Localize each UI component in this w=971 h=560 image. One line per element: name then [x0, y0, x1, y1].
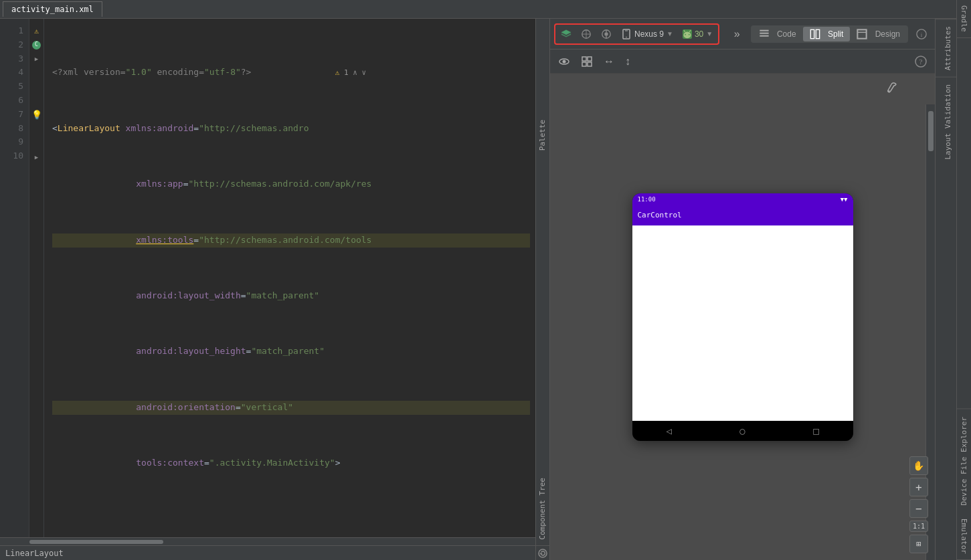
code-view-label: Code — [777, 29, 796, 39]
svg-point-13 — [683, 31, 691, 38]
api-level-label: 30 — [695, 29, 703, 39]
svg-rect-32 — [588, 62, 592, 66]
fold-icon-10[interactable]: ▶ — [35, 153, 38, 162]
more-options-button[interactable]: » — [730, 25, 744, 43]
phone-nav-bar: ◁ ○ □ — [632, 421, 853, 441]
design-toolbar: Nexus 9 ▼ — [550, 19, 935, 50]
line2-tag: LinearLayout — [58, 122, 120, 136]
right-panels: Attributes Layout Validation — [935, 19, 956, 560]
svg-text:?: ? — [919, 58, 923, 66]
svg-point-28 — [563, 60, 566, 63]
android-logo — [683, 29, 692, 39]
tabs-bar: activity_main.xml — [0, 0, 956, 19]
device-file-explorer-tab[interactable]: Device File Explorer — [957, 408, 971, 513]
svg-point-7 — [604, 32, 608, 35]
phone-status-bar: 11:00 ▼▼ — [632, 193, 853, 205]
layout-type-label: LinearLayout — [5, 549, 64, 558]
nav-up[interactable]: ∧ — [353, 67, 357, 79]
preview-scrollbar-thumb[interactable] — [928, 111, 934, 151]
nav-recent-icon: □ — [813, 426, 818, 436]
line3-val: "http://schemas.android.com/apk/res — [189, 177, 372, 191]
line4-eq: = — [193, 234, 199, 248]
grid-button[interactable] — [577, 54, 597, 70]
zoom-out-button[interactable]: − — [909, 499, 928, 518]
svg-line-16 — [684, 30, 685, 31]
preview-area: Nexus 9 ▼ — [550, 19, 935, 560]
svg-rect-21 — [810, 29, 814, 38]
help-icon: ? — [915, 56, 927, 68]
svg-point-14 — [685, 33, 686, 35]
refresh-circle-icon[interactable] — [538, 549, 547, 558]
line1-enc: encoding= — [152, 66, 204, 80]
c-circle-icon: C — [32, 41, 41, 50]
visibility-button[interactable] — [554, 54, 574, 70]
line-numbers: 1 2 3 4 5 6 7 8 9 10 — [0, 19, 29, 537]
zoom-ratio-button[interactable]: 1:1 — [909, 521, 928, 532]
design-view-icon — [857, 29, 867, 39]
design-view-label: Design — [875, 29, 900, 39]
line5-eq: = — [241, 289, 246, 303]
layout-validation-tab[interactable]: Layout Validation — [936, 77, 956, 167]
line8-val: ".activity.MainActivity" — [209, 456, 335, 470]
tab-activity-main[interactable]: activity_main.xml — [3, 1, 102, 17]
info-button[interactable]: i — [912, 26, 931, 42]
layers-button[interactable] — [557, 26, 576, 42]
line7-eq: = — [236, 401, 241, 415]
help-button[interactable]: ? — [911, 54, 931, 70]
hand-tool-button[interactable]: ✋ — [909, 456, 928, 475]
layers-icon — [561, 29, 571, 39]
line3-attr: xmlns:app — [136, 177, 183, 191]
line5-val: "match_parent" — [246, 289, 320, 303]
line1-val2: "utf-8" — [204, 66, 241, 80]
code-view-icon — [759, 29, 770, 39]
orientation-icon — [601, 29, 612, 39]
blueprint-button[interactable] — [577, 26, 596, 42]
line8-eq: = — [204, 456, 209, 470]
line2-attr: xmlns:android — [120, 122, 194, 136]
bulb-icon[interactable]: 💡 — [31, 108, 42, 122]
svg-rect-29 — [582, 57, 586, 61]
eye-icon — [558, 56, 570, 68]
vertical-arrows-button[interactable]: ↕ — [621, 54, 634, 70]
device-dropdown-chevron: ▼ — [667, 30, 673, 37]
wrench-button[interactable] — [886, 82, 898, 96]
line1-val1: "1.0" — [126, 66, 152, 80]
nav-down[interactable]: ∨ — [357, 67, 366, 79]
palette-label[interactable]: Palette — [536, 19, 549, 251]
line8-end: > — [335, 456, 341, 470]
zoom-controls: ✋ + − 1:1 ⊞ — [909, 456, 928, 553]
svg-rect-23 — [858, 29, 867, 38]
phone-app-title: CarControl — [638, 211, 682, 219]
code-horizontal-scrollbar[interactable] — [0, 537, 535, 545]
emulator-tab[interactable]: Emulator — [957, 513, 971, 560]
horizontal-arrows-button[interactable]: ↔ — [600, 54, 618, 70]
line7-val: "vertical" — [241, 401, 293, 415]
api-level-button[interactable]: 30 ▼ — [679, 27, 717, 41]
zoom-in-button[interactable]: + — [909, 478, 928, 496]
component-tree-label[interactable]: Component Tree — [536, 472, 549, 545]
gradle-tab[interactable]: Gradle — [957, 0, 971, 38]
code-view-button[interactable]: Code — [752, 27, 803, 41]
scrollbar-thumb[interactable] — [29, 540, 163, 544]
orientation-button[interactable] — [597, 26, 616, 42]
warning-icon: ⚠ — [34, 25, 39, 37]
warning-inline: ⚠ — [335, 67, 340, 79]
svg-marker-1 — [561, 29, 571, 34]
fold-icon-3[interactable]: ▶ — [35, 54, 38, 64]
fit-screen-button[interactable]: ⊞ — [909, 535, 928, 553]
toolbar-highlighted-section: Nexus 9 ▼ — [554, 23, 719, 45]
api-dropdown-chevron: ▼ — [706, 30, 713, 37]
attributes-panel-tab[interactable]: Attributes — [936, 19, 956, 77]
split-view-button[interactable]: Split — [803, 27, 851, 41]
line5-attr: android:layout_width — [136, 289, 241, 303]
split-view-label: Split — [828, 29, 843, 39]
phone-preview-container: 11:00 ▼▼ CarControl ◁ ○ □ — [550, 74, 935, 560]
code-text-area[interactable]: <?xml version="1.0" encoding="utf-8"?> ⚠… — [44, 19, 535, 537]
split-view-icon — [810, 29, 820, 39]
line1-close: ?> — [241, 66, 252, 80]
svg-rect-31 — [582, 62, 586, 66]
design-view-button[interactable]: Design — [850, 27, 907, 41]
device-selector-button[interactable]: Nexus 9 ▼ — [617, 26, 677, 42]
phone-icon — [621, 29, 632, 39]
info-icon: i — [916, 29, 927, 39]
